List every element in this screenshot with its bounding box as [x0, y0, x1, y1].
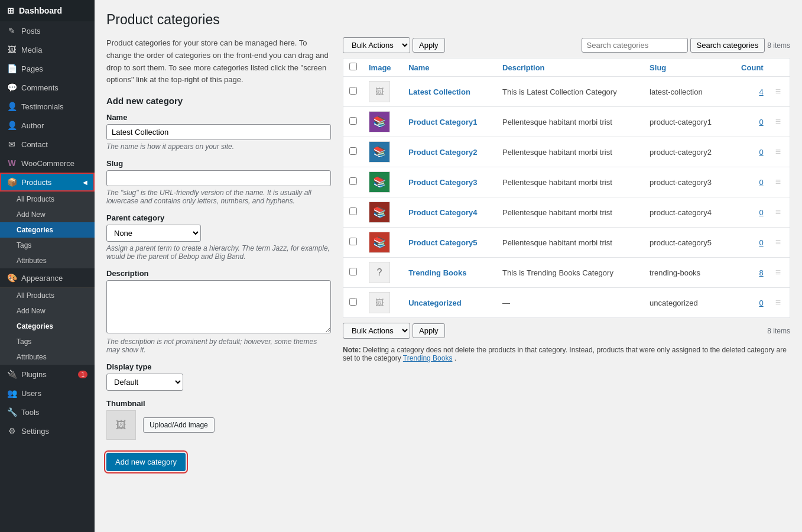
sidebar-logo: ⊞ Dashboard: [0, 0, 95, 21]
sidebar-item-media[interactable]: 🖼 Media: [0, 40, 95, 59]
row-checkbox[interactable]: [349, 207, 357, 215]
sidebar-item-users[interactable]: 👥 Users: [0, 384, 95, 403]
sidebar-item-contact[interactable]: ✉ Contact: [0, 135, 95, 154]
drag-icon[interactable]: ≡: [775, 177, 781, 187]
row-checkbox[interactable]: [349, 87, 357, 95]
sidebar-item-testimonials[interactable]: 👤 Testimonials: [0, 97, 95, 116]
description-textarea[interactable]: [106, 280, 331, 333]
sidebar-item-tools[interactable]: 🔧 Tools: [0, 403, 95, 421]
row-count-link[interactable]: 8: [759, 268, 763, 277]
slug-input[interactable]: [106, 170, 331, 186]
row-description: This is Latest Collection Category: [496, 77, 644, 107]
sidebar-item-products[interactable]: 📦 Products ◀: [0, 173, 95, 192]
drag-icon[interactable]: ≡: [775, 267, 781, 277]
sidebar-item-appearance[interactable]: 🎨 Appearance: [0, 268, 95, 287]
row-count-link[interactable]: 0: [759, 178, 763, 187]
author-icon: 👤: [7, 121, 17, 130]
row-slug: product-category1: [644, 107, 729, 137]
row-drag-handle[interactable]: ≡: [769, 228, 790, 258]
select-all-checkbox[interactable]: [349, 63, 357, 70]
table-row: 📚Product Category1Pellentesque habitant …: [343, 107, 790, 137]
category-name-link[interactable]: Product Category5: [408, 238, 477, 247]
th-name[interactable]: Name: [402, 59, 496, 77]
row-checkbox[interactable]: [349, 117, 357, 125]
row-drag-handle[interactable]: ≡: [769, 197, 790, 228]
row-image: [363, 288, 402, 318]
search-categories-input[interactable]: [582, 38, 688, 53]
sidebar-item-settings[interactable]: ⚙ Settings: [0, 421, 95, 440]
row-count-link[interactable]: 4: [759, 87, 763, 96]
category-name-link[interactable]: Latest Collection: [408, 87, 470, 96]
parent-select[interactable]: None: [106, 225, 201, 242]
submenu2-add-new[interactable]: Add New: [0, 303, 95, 319]
row-description: Pellentesque habitant morbi trist: [496, 228, 644, 258]
drag-icon[interactable]: ≡: [775, 237, 781, 247]
note-link[interactable]: Trending Books: [403, 354, 453, 362]
submenu2-tags[interactable]: Tags: [0, 334, 95, 349]
content-layout: Product categories for your store can be…: [106, 37, 790, 471]
row-count-link[interactable]: 0: [759, 299, 763, 307]
row-drag-handle[interactable]: ≡: [769, 258, 790, 288]
sidebar-item-pages[interactable]: 📄 Pages: [0, 59, 95, 78]
apply-button-top[interactable]: Apply: [413, 38, 445, 53]
bulk-actions-select-top[interactable]: Bulk Actions: [343, 37, 410, 53]
th-select-all[interactable]: [343, 59, 363, 77]
row-image: 📚: [363, 228, 402, 258]
drag-icon[interactable]: ≡: [775, 207, 781, 217]
row-checkbox[interactable]: [349, 238, 357, 245]
category-name-link[interactable]: Product Category1: [408, 118, 477, 126]
submenu-all-products[interactable]: All Products: [0, 192, 95, 207]
products-icon: 📦: [7, 177, 17, 187]
th-slug[interactable]: Slug: [644, 59, 729, 77]
category-name-link[interactable]: Product Category3: [408, 178, 477, 187]
settings-icon: ⚙: [7, 426, 17, 436]
submenu-tags[interactable]: Tags: [0, 238, 95, 253]
row-drag-handle[interactable]: ≡: [769, 137, 790, 167]
sidebar-item-plugins[interactable]: 🔌 Plugins 1: [0, 365, 95, 384]
drag-icon[interactable]: ≡: [775, 297, 781, 307]
category-name-link[interactable]: Product Category4: [408, 208, 477, 217]
drag-icon[interactable]: ≡: [775, 147, 781, 157]
row-checkbox[interactable]: [349, 177, 357, 185]
row-checkbox[interactable]: [349, 147, 357, 155]
category-name-link[interactable]: Trending Books: [408, 268, 466, 277]
category-name-link[interactable]: Uncategorized: [408, 299, 462, 307]
upload-image-button[interactable]: Upload/Add image: [143, 417, 215, 433]
submenu-categories[interactable]: Categories: [0, 222, 95, 238]
name-input[interactable]: [106, 124, 331, 140]
submenu-attributes[interactable]: Attributes: [0, 253, 95, 268]
thumbnail-preview: 🖼: [106, 410, 136, 440]
submenu2-categories[interactable]: Categories: [0, 319, 95, 334]
row-drag-handle[interactable]: ≡: [769, 288, 790, 318]
drag-icon[interactable]: ≡: [775, 86, 781, 96]
row-slug: latest-collection: [644, 77, 729, 107]
sidebar-item-comments[interactable]: 💬 Comments: [0, 78, 95, 97]
search-categories-button[interactable]: Search categories: [690, 38, 765, 53]
th-description[interactable]: Description: [496, 59, 644, 77]
display-type-select[interactable]: Default: [106, 374, 183, 391]
row-count-link[interactable]: 0: [759, 118, 763, 126]
submenu2-all-products[interactable]: All Products: [0, 288, 95, 303]
row-count-link[interactable]: 0: [759, 238, 763, 247]
row-checkbox[interactable]: [349, 268, 357, 275]
row-count-link[interactable]: 0: [759, 148, 763, 157]
bottom-toolbar-left: Bulk Actions Apply: [343, 323, 445, 339]
sidebar-item-woocommerce[interactable]: W WooCommerce: [0, 154, 95, 173]
row-checkbox[interactable]: [349, 298, 357, 306]
sidebar-item-posts[interactable]: ✎ Posts: [0, 21, 95, 40]
apply-button-bottom[interactable]: Apply: [413, 323, 445, 338]
bulk-actions-select-bottom[interactable]: Bulk Actions: [343, 323, 410, 339]
submenu2-attributes[interactable]: Attributes: [0, 349, 95, 365]
add-category-button[interactable]: Add new category: [106, 453, 186, 471]
row-drag-handle[interactable]: ≡: [769, 107, 790, 137]
sidebar-item-author[interactable]: 👤 Author: [0, 116, 95, 135]
submenu-add-new[interactable]: Add New: [0, 207, 95, 222]
row-count-link[interactable]: 0: [759, 208, 763, 217]
page-title: Product categories: [106, 12, 790, 28]
row-drag-handle[interactable]: ≡: [769, 77, 790, 107]
top-toolbar-left: Bulk Actions Apply: [343, 37, 445, 53]
drag-icon[interactable]: ≡: [775, 116, 781, 126]
row-drag-handle[interactable]: ≡: [769, 167, 790, 197]
category-name-link[interactable]: Product Category2: [408, 148, 477, 157]
th-count[interactable]: Count: [730, 59, 769, 77]
